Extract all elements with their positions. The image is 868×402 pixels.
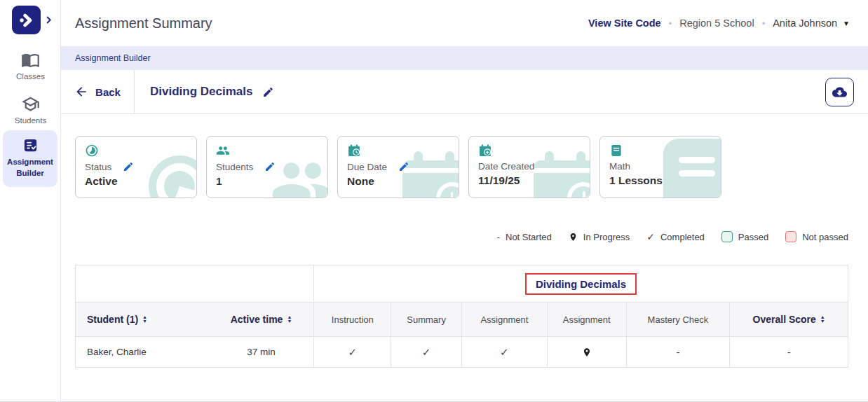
sidebar-expand-icon[interactable]: [44, 15, 53, 25]
edit-students-icon[interactable]: [264, 161, 276, 172]
card-value: None: [347, 175, 449, 188]
status-card: Status Active: [75, 136, 197, 198]
user-name: Anita Johnson: [773, 18, 837, 29]
location-pin-icon: [582, 347, 592, 358]
edit-due-date-icon[interactable]: [398, 161, 409, 172]
sidebar-item-classes[interactable]: Classes: [0, 50, 61, 81]
column-header-active-time[interactable]: Active time ▲▼: [209, 303, 314, 336]
legend-not-passed: Not passed: [785, 231, 848, 242]
card-value: 1: [216, 175, 318, 188]
summary-cards: Status Active Students 1: [75, 136, 721, 198]
assignment-title: Dividing Decimals: [150, 85, 252, 99]
arrow-left-icon: [74, 85, 88, 99]
legend-label: Completed: [660, 232, 705, 242]
legend-in-progress: In Progress: [569, 232, 630, 242]
column-header-overall-score[interactable]: Overall Score ▲▼: [729, 303, 848, 336]
main-content: Status Active Students 1: [61, 114, 868, 401]
topbar-right: View Site Code • Region 5 School • Anita…: [588, 0, 850, 46]
assignment-checklist-icon: [22, 137, 39, 153]
date-created-card: Date Created 11/19/25: [468, 136, 590, 198]
due-date-card: Due Date None: [337, 136, 459, 198]
dot-separator: •: [669, 18, 672, 29]
app-logo[interactable]: [12, 6, 41, 34]
user-menu[interactable]: Anita Johnson ▼: [773, 18, 850, 29]
legend-not-started: - Not Started: [497, 232, 552, 242]
column-header-assignment-1: Assignment: [461, 303, 547, 336]
active-time-cell: 37 min: [209, 337, 314, 367]
legend-passed: Passed: [721, 231, 768, 242]
subject-card: Math 1 Lessons: [599, 136, 721, 198]
status-cell-assignment-1: ✓: [461, 337, 547, 367]
pie-chart-icon: [85, 144, 187, 158]
sidebar-item-assignment-builder[interactable]: Assignment Builder: [3, 130, 57, 187]
lesson-group-header[interactable]: Dividing Decimals: [525, 273, 637, 295]
sidebar-item-label: Students: [15, 116, 46, 125]
assignment-summary-page: Classes Students Assignment Builder Assi…: [0, 0, 868, 402]
assignment-title-section: Dividing Decimals: [135, 85, 274, 99]
column-header-student[interactable]: Student (1) ▲▼: [76, 303, 209, 336]
status-cell-instruction: ✓: [313, 337, 391, 367]
topbar: Assignment Summary View Site Code • Regi…: [61, 0, 868, 46]
status-cell-mastery-check: -: [626, 337, 730, 367]
edit-title-icon[interactable]: [262, 86, 274, 98]
sort-icon: ▲▼: [142, 315, 147, 324]
status-cell-assignment-2: [547, 337, 626, 367]
card-value: 1 Lessons: [609, 174, 712, 187]
back-button[interactable]: Back: [61, 70, 135, 113]
not-passed-swatch-icon: [785, 231, 796, 242]
table-group-header-row: Dividing Decimals: [76, 265, 848, 302]
student-name-cell: Baker, Charlie: [76, 337, 209, 367]
status-cell-overall-score: -: [729, 337, 848, 367]
sidebar: Classes Students Assignment Builder: [0, 0, 61, 402]
graduation-cap-icon: [21, 95, 40, 113]
toolbar-row: Back Dividing Decimals: [61, 70, 868, 114]
card-label: Students: [216, 162, 253, 172]
card-value: 11/19/25: [478, 174, 581, 187]
card-label: Due Date: [347, 162, 387, 172]
table-row: Baker, Charlie 37 min ✓ ✓ ✓ - -: [76, 337, 848, 367]
logo-chevron-icon: [18, 11, 36, 29]
dot-separator: •: [762, 18, 766, 29]
column-header-mastery-check: Mastery Check: [626, 303, 730, 336]
status-legend: - Not Started In Progress ✓ Completed Pa…: [497, 231, 848, 242]
card-label: Date Created: [478, 161, 534, 172]
chevron-down-icon: ▼: [843, 20, 850, 27]
legend-label: Passed: [738, 232, 768, 242]
dash-icon: -: [497, 232, 500, 242]
page-title: Assignment Summary: [75, 15, 212, 32]
column-header-assignment-2: Assignment: [547, 303, 626, 336]
sort-icon: ▲▼: [820, 315, 825, 324]
students-card: Students 1: [206, 136, 328, 198]
sidebar-item-label: Classes: [16, 72, 45, 81]
breadcrumb: Assignment Builder: [61, 46, 868, 70]
school-name: Region 5 School: [679, 18, 754, 29]
legend-label: Not passed: [802, 232, 848, 242]
check-icon: ✓: [646, 231, 655, 242]
sort-icon: ▲▼: [287, 315, 292, 324]
location-pin-icon: [569, 232, 578, 242]
sidebar-item-students[interactable]: Students: [0, 95, 61, 125]
card-label: Math: [609, 161, 630, 172]
column-header-summary: Summary: [391, 303, 461, 336]
passed-swatch-icon: [721, 231, 733, 242]
legend-completed: ✓ Completed: [646, 231, 705, 242]
edit-status-icon[interactable]: [123, 161, 134, 172]
cloud-download-icon: [832, 85, 847, 99]
legend-label: In Progress: [583, 232, 630, 242]
open-book-icon: [21, 50, 40, 69]
legend-label: Not Started: [506, 232, 552, 242]
card-value: Active: [85, 175, 187, 188]
column-header-instruction: Instruction: [313, 303, 391, 336]
status-cell-summary: ✓: [391, 337, 461, 367]
view-site-code-link[interactable]: View Site Code: [588, 18, 661, 29]
download-report-button[interactable]: [825, 78, 854, 106]
table-header-row: Student (1) ▲▼ Active time ▲▼ Instructio…: [76, 302, 848, 337]
sidebar-item-label: Assignment Builder: [4, 157, 56, 179]
back-label: Back: [95, 86, 121, 98]
breadcrumb-assignment-builder[interactable]: Assignment Builder: [75, 53, 151, 63]
card-label: Status: [85, 162, 111, 172]
grade-table: Dividing Decimals Student (1) ▲▼ Active …: [75, 265, 848, 368]
